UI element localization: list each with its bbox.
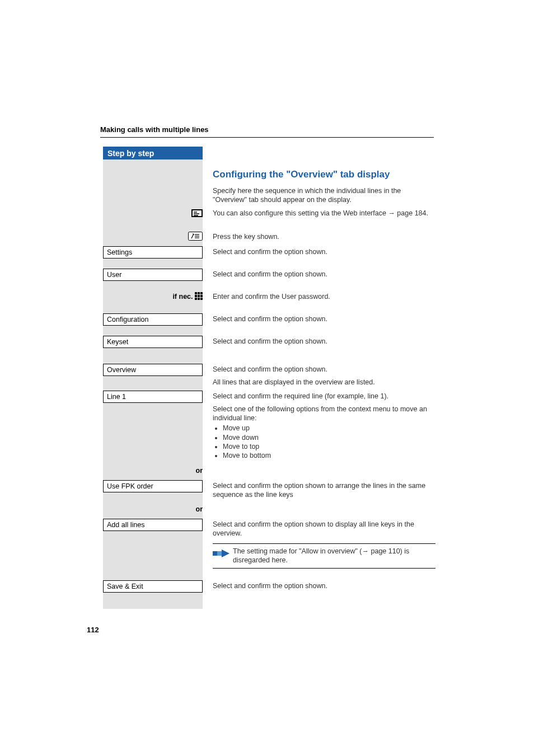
web-note: You can also configure this setting via … [213,209,435,218]
svg-marker-20 [222,550,229,557]
if-nec-label: if nec. [103,292,203,300]
svg-rect-17 [200,298,203,300]
line1-desc: Select and confirm the required line (fo… [213,392,435,401]
svg-rect-14 [200,295,203,297]
svg-rect-12 [195,295,197,297]
web-note-text: You can also configure this setting via … [213,209,388,217]
press-key-text: Press the key shown. [213,233,435,242]
page-header: Making calls with multiple lines [100,125,434,138]
note-part1: The setting made for "Allow in overview"… [233,547,362,555]
web-interface-icon [103,209,203,219]
all-lines-listed: All lines that are displayed in the over… [213,378,435,387]
note-text: The setting made for "Allow in overview"… [233,547,435,565]
menu-save-exit[interactable]: Save & Exit [103,580,203,593]
menu-keyset[interactable]: Keyset [103,336,203,348]
menu-add-all-lines[interactable]: Add all lines [103,519,203,531]
if-nec-text: if nec. [172,293,193,300]
sidebar-title: Step by step [103,147,203,161]
svg-rect-18 [213,551,217,556]
svg-rect-16 [198,298,200,300]
sidebar-background [103,159,203,609]
keypad-icon [195,292,203,300]
context-desc: Select one of the following options from… [213,405,435,460]
settings-desc: Select and confirm the option shown. [213,248,435,257]
page-number: 112 [87,626,99,634]
svg-rect-19 [217,551,222,556]
move-down: Move down [223,433,435,442]
menu-line1[interactable]: Line 1 [103,391,203,403]
menu-user[interactable]: User [103,269,203,281]
or-label-2: or [103,505,203,513]
overview-desc: Select and confirm the option shown. [213,365,435,374]
svg-rect-15 [195,298,197,300]
configuration-desc: Select and confirm the option shown. [213,315,435,324]
save-exit-desc: Select and confirm the option shown. [213,582,435,591]
menu-use-fpk-order[interactable]: Use FPK order [103,480,203,492]
move-options-list: Move up Move down Move to top Move to bo… [213,424,435,460]
menu-configuration[interactable]: Configuration [103,313,203,326]
or-label-1: or [103,467,203,475]
services-key-icon [103,232,203,243]
context-intro: Select one of the following options from… [213,405,435,422]
move-up: Move up [223,424,435,433]
page: Making calls with multiple lines Step by… [0,0,534,756]
note-box: The setting made for "Allow in overview"… [213,543,435,569]
keyset-desc: Select and confirm the option shown. [213,337,435,346]
svg-rect-13 [198,295,200,297]
web-note-link[interactable]: → page 184. [388,209,428,217]
user-desc: Select and confirm the option shown. [213,270,435,279]
section-heading: Configuring the "Overview" tab display [213,169,435,180]
menu-overview[interactable]: Overview [103,364,203,376]
svg-rect-10 [198,292,200,294]
fpk-desc: Select and confirm the option shown to a… [213,482,435,499]
svg-rect-9 [195,292,197,294]
move-top: Move to top [223,442,435,451]
intro-text: Specify here the sequence in which the i… [213,187,435,204]
note-link[interactable]: → page 110 [362,547,400,555]
move-bottom: Move to bottom [223,451,435,460]
menu-settings[interactable]: Settings [103,246,203,259]
svg-rect-11 [200,292,203,294]
note-icon [213,547,233,565]
add-all-desc: Select and confirm the option shown to d… [213,520,435,538]
password-desc: Enter and confirm the User password. [213,293,435,302]
